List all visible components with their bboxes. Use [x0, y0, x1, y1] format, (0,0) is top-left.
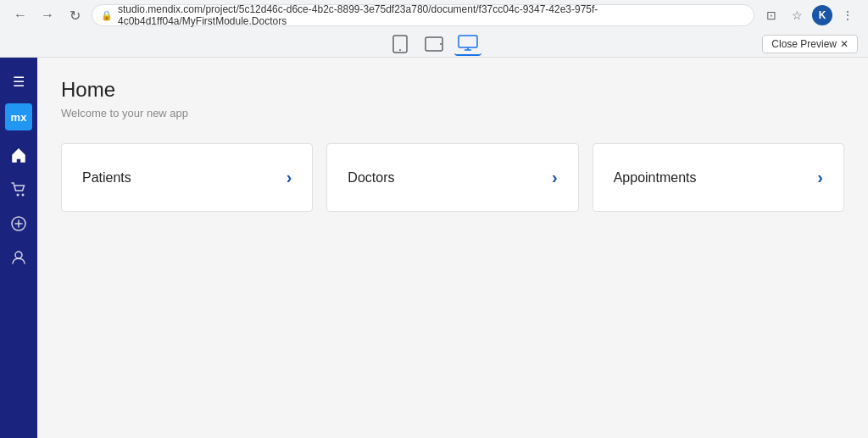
patients-card-arrow: › — [287, 168, 292, 187]
appointments-card[interactable]: Appointments › — [593, 143, 844, 212]
patients-card-label: Patients — [82, 170, 131, 186]
svg-point-1 — [399, 49, 401, 51]
svg-point-3 — [440, 43, 442, 45]
page-subtitle: Welcome to your new app — [61, 107, 844, 119]
svg-point-6 — [22, 194, 25, 197]
sidebar-item-home[interactable] — [3, 141, 34, 171]
forward-button[interactable]: → — [37, 5, 58, 25]
tablet-view-button[interactable] — [420, 32, 448, 56]
cast-button[interactable]: ⊡ — [761, 5, 782, 25]
close-icon: ✕ — [840, 38, 849, 50]
appointments-card-label: Appointments — [614, 170, 697, 186]
reload-button[interactable]: ↻ — [64, 5, 85, 25]
doctors-card-label: Doctors — [348, 170, 394, 186]
menu-button[interactable]: ⋮ — [837, 5, 858, 25]
doctors-card[interactable]: Doctors › — [326, 143, 578, 212]
sidebar: ☰ mx — [0, 58, 37, 438]
back-button[interactable]: ← — [10, 5, 31, 25]
browser-chrome: ← → ↻ 🔒 studio.mendix.com/project/5c12d4… — [0, 0, 868, 58]
bookmark-button[interactable]: ☆ — [787, 5, 807, 25]
svg-point-5 — [17, 194, 19, 197]
svg-point-8 — [15, 252, 22, 258]
sidebar-item-user[interactable] — [3, 242, 34, 273]
desktop-view-button[interactable] — [454, 32, 481, 56]
address-text: studio.mendix.com/project/5c12d46c-d6ce-… — [118, 3, 745, 27]
main-content: Home Welcome to your new app Patients › … — [37, 58, 868, 438]
page-title: Home — [61, 78, 844, 102]
lock-icon: 🔒 — [101, 10, 113, 21]
appointments-card-arrow: › — [817, 168, 823, 187]
app-container: ☰ mx Home — [0, 58, 868, 438]
address-bar[interactable]: 🔒 studio.mendix.com/project/5c12d46c-d6c… — [92, 4, 754, 26]
patients-card[interactable]: Patients › — [61, 143, 313, 212]
sidebar-item-add[interactable] — [3, 208, 34, 239]
close-preview-button[interactable]: Close Preview ✕ — [762, 35, 858, 53]
cards-row: Patients › Doctors › Appointments › — [61, 143, 844, 212]
doctors-card-arrow: › — [552, 168, 558, 187]
sidebar-item-cart[interactable] — [3, 175, 34, 205]
hamburger-menu-button[interactable]: ☰ — [3, 66, 34, 97]
svg-rect-4 — [459, 36, 477, 47]
sidebar-logo: mx — [5, 103, 32, 130]
phone-view-button[interactable] — [387, 32, 414, 56]
profile-avatar[interactable]: K — [812, 5, 832, 25]
